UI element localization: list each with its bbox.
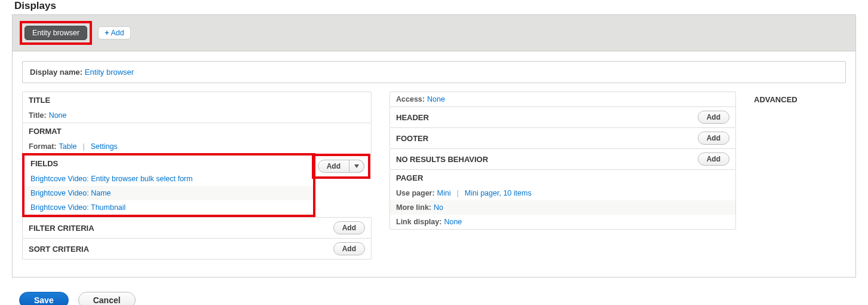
- pager-use-value[interactable]: Mini: [437, 189, 451, 197]
- display-name-box: Display name: Entity browser: [22, 61, 846, 83]
- cancel-button[interactable]: Cancel: [78, 292, 136, 305]
- add-display-button[interactable]: + Add: [98, 26, 131, 39]
- access-row-panel: Access: None: [389, 92, 736, 107]
- title-heading: TITLE: [23, 92, 371, 108]
- title-row-value[interactable]: None: [49, 111, 67, 120]
- pager-use-row: Use pager: Mini | Mini pager, 10 items: [390, 186, 735, 200]
- chevron-down-icon: [354, 164, 359, 168]
- pager-use-label: Use pager:: [396, 189, 435, 197]
- title-section: TITLE Title: None: [22, 92, 372, 123]
- highlight-fields-section: FIELDS Brightcove Video: Entity browser …: [22, 153, 315, 217]
- add-footer-button[interactable]: Add: [698, 132, 729, 145]
- sort-criteria-section: SORT CRITERIA Add: [22, 238, 372, 260]
- plus-icon: +: [105, 29, 109, 37]
- title-row: Title: None: [23, 108, 371, 123]
- footer-heading: FOOTER Add: [390, 128, 735, 148]
- separator: |: [79, 142, 88, 151]
- field-link-0[interactable]: Brightcove Video: Entity browser bulk se…: [30, 175, 192, 183]
- page-title: Displays: [12, 0, 856, 14]
- add-no-results-button[interactable]: Add: [698, 152, 729, 166]
- pager-more-value[interactable]: No: [434, 203, 443, 212]
- format-section: FORMAT Format: Table | Settings: [22, 123, 372, 154]
- add-sort-button[interactable]: Add: [333, 242, 365, 255]
- display-name-value[interactable]: Entity browser: [85, 68, 134, 77]
- advanced-heading[interactable]: ADVANCED: [754, 92, 846, 108]
- format-row: Format: Table | Settings: [23, 139, 371, 154]
- access-label: Access:: [396, 95, 425, 103]
- display-name-label: Display name:: [30, 68, 82, 77]
- format-row-value[interactable]: Table: [59, 142, 77, 151]
- header-heading: HEADER Add: [390, 107, 735, 127]
- filter-criteria-heading: FILTER CRITERIA Add: [23, 218, 371, 238]
- tabs-bar: Entity browser + Add: [12, 14, 856, 51]
- actions-bar: Save Cancel: [12, 292, 856, 305]
- field-link-1[interactable]: Brightcove Video: Name: [30, 189, 111, 197]
- access-row: Access: None: [390, 92, 735, 106]
- add-filter-button[interactable]: Add: [333, 221, 365, 234]
- field-link-2[interactable]: Brightcove Video: Thumbnail: [30, 203, 125, 212]
- title-row-label: Title:: [29, 111, 47, 120]
- pager-heading: PAGER: [390, 170, 735, 186]
- field-item-0: Brightcove Video: Entity browser bulk se…: [24, 172, 313, 186]
- footer-section: FOOTER Add: [389, 127, 736, 149]
- pager-more-label: More link:: [396, 203, 431, 212]
- access-value[interactable]: None: [427, 95, 445, 103]
- sort-criteria-heading: SORT CRITERIA Add: [23, 239, 371, 259]
- highlight-active-tab: Entity browser: [20, 21, 92, 45]
- fields-heading: FIELDS: [24, 155, 313, 172]
- field-item-2: Brightcove Video: Thumbnail: [24, 200, 313, 215]
- pager-section: PAGER Use pager: Mini | Mini pager, 10 i…: [389, 169, 736, 230]
- pager-more-row: More link: No: [390, 200, 735, 215]
- header-section: HEADER Add: [389, 106, 736, 128]
- content-area: Display name: Entity browser TITLE Title…: [12, 51, 856, 277]
- format-settings-link[interactable]: Settings: [91, 142, 118, 151]
- add-field-button[interactable]: Add: [318, 160, 349, 173]
- highlight-add-field-button: Add: [312, 154, 370, 179]
- no-results-heading: NO RESULTS BEHAVIOR Add: [390, 149, 735, 169]
- no-results-section: NO RESULTS BEHAVIOR Add: [389, 148, 736, 170]
- add-display-label: Add: [111, 29, 124, 37]
- pager-link-value[interactable]: None: [444, 218, 462, 226]
- tab-entity-browser[interactable]: Entity browser: [24, 26, 87, 40]
- pager-link-label: Link display:: [396, 218, 441, 226]
- pager-detail-value[interactable]: Mini pager, 10 items: [465, 189, 532, 197]
- field-item-1: Brightcove Video: Name: [24, 186, 313, 200]
- format-row-label: Format:: [29, 142, 57, 151]
- add-header-button[interactable]: Add: [698, 111, 729, 124]
- filter-criteria-section: FILTER CRITERIA Add: [22, 217, 372, 239]
- add-field-dropdown[interactable]: [349, 160, 364, 173]
- pager-link-row: Link display: None: [390, 215, 735, 229]
- save-button[interactable]: Save: [19, 292, 69, 305]
- format-heading: FORMAT: [23, 123, 371, 139]
